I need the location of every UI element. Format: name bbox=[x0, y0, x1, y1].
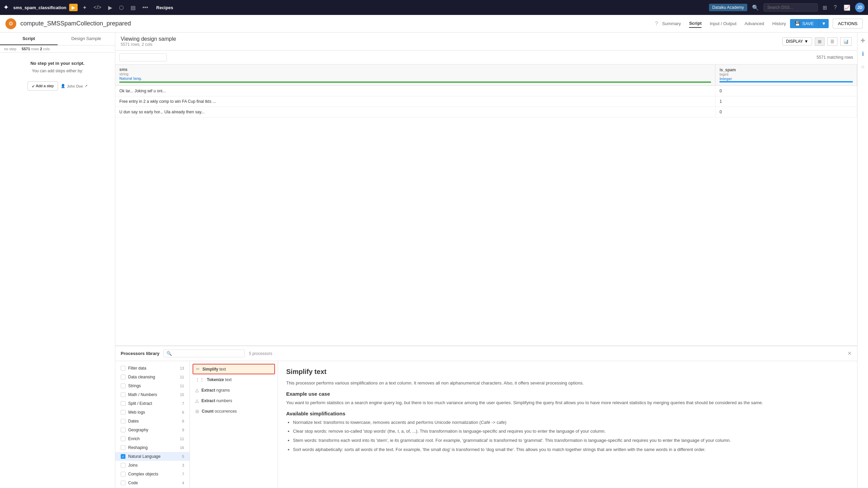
sidebar-info-icon[interactable]: ℹ bbox=[860, 49, 866, 59]
count-occurrences-label: Count occurrences bbox=[202, 409, 237, 414]
checkbox-geography[interactable] bbox=[121, 428, 125, 432]
cell-is-spam-0: 0 bbox=[715, 86, 857, 96]
category-enrich-label: Enrich bbox=[128, 436, 177, 441]
category-filter-data-label: Filter data bbox=[128, 366, 177, 371]
flow-icon[interactable]: ▶ bbox=[69, 4, 78, 11]
analytics-icon[interactable]: 📈 bbox=[842, 3, 852, 12]
checkbox-code[interactable] bbox=[121, 481, 125, 485]
design-cols: 2 bbox=[40, 47, 42, 51]
extract-numbers-label: Extract numbers bbox=[201, 398, 232, 403]
nav-design-icon[interactable]: ✦ bbox=[80, 3, 89, 12]
academy-button[interactable]: Dataiku Academy bbox=[709, 4, 747, 11]
recipes-label[interactable]: Recipes bbox=[153, 5, 177, 10]
category-web-logs[interactable]: Web logs 6 bbox=[115, 408, 190, 417]
tab-design-sample[interactable]: Design Sample bbox=[58, 33, 115, 45]
processor-tokenize-text[interactable]: ⋮⋮ Tokenize text bbox=[190, 374, 278, 385]
nav-deploy-icon[interactable]: ⬡ bbox=[117, 3, 126, 12]
search-input[interactable] bbox=[764, 3, 818, 12]
extract-numbers-icon: △ bbox=[195, 398, 199, 403]
checkbox-enrich[interactable] bbox=[121, 436, 125, 441]
col-type-is-spam: bigint bbox=[719, 72, 853, 76]
category-split-extract[interactable]: Split / Extract 7 bbox=[115, 399, 190, 408]
checkbox-math-numbers[interactable] bbox=[121, 392, 125, 397]
actions-button[interactable]: ACTIONS bbox=[833, 19, 863, 29]
processor-extract-ngrams[interactable]: △ Extract ngrams bbox=[190, 385, 278, 395]
grid-icon[interactable]: ⊞ bbox=[821, 3, 829, 12]
category-complex-objects[interactable]: Complex objects 7 bbox=[115, 470, 190, 478]
category-filter-data[interactable]: Filter data 13 bbox=[115, 364, 190, 373]
grid-view-icon[interactable]: ⊞ bbox=[815, 37, 825, 46]
category-split-extract-count: 7 bbox=[182, 401, 184, 406]
nav-run-icon[interactable]: ▶ bbox=[106, 3, 114, 12]
help-icon[interactable]: ? bbox=[832, 3, 839, 12]
tab-input-output[interactable]: Input / Output bbox=[710, 20, 736, 27]
nav-more-icon[interactable]: ••• bbox=[140, 3, 150, 12]
category-code[interactable]: Code 4 bbox=[115, 478, 190, 487]
data-search-input[interactable] bbox=[119, 53, 167, 61]
tab-script-panel[interactable]: Script bbox=[0, 33, 58, 45]
processor-count-occurrences[interactable]: ◎ Count occurrences bbox=[190, 406, 278, 416]
category-complex-objects-label: Complex objects bbox=[128, 472, 179, 476]
category-math-numbers[interactable]: Math / Numbers 15 bbox=[115, 390, 190, 399]
table-row: Ok lar... Joking wif u oni... 0 bbox=[115, 86, 857, 96]
category-strings[interactable]: Strings 11 bbox=[115, 381, 190, 390]
search-icon[interactable]: 🔍 bbox=[750, 3, 761, 12]
processor-simplify-text[interactable]: ✂ Simplify text bbox=[193, 364, 275, 374]
checkbox-natural-language[interactable]: ✓ bbox=[121, 454, 125, 459]
processor-extract-numbers[interactable]: △ Extract numbers bbox=[190, 395, 278, 406]
category-web-logs-label: Web logs bbox=[128, 410, 179, 415]
tab-summary[interactable]: Summary bbox=[662, 20, 681, 27]
detail-simplifications-list: Normalize text: transforms to lowercase,… bbox=[286, 419, 849, 453]
checkbox-data-cleansing[interactable] bbox=[121, 375, 125, 379]
category-dates[interactable]: Dates 8 bbox=[115, 417, 190, 426]
category-geography[interactable]: Geography 9 bbox=[115, 426, 190, 434]
sidebar-plus-icon[interactable]: ✚ bbox=[859, 35, 867, 46]
display-dropdown-icon: ▼ bbox=[804, 39, 808, 44]
category-strings-count: 11 bbox=[180, 384, 184, 388]
checkbox-joins[interactable] bbox=[121, 463, 125, 468]
checkbox-filter-data[interactable] bbox=[121, 366, 125, 371]
tab-script[interactable]: Script bbox=[689, 19, 702, 28]
checkbox-strings[interactable] bbox=[121, 383, 125, 388]
category-natural-language-label: Natural Language bbox=[128, 454, 179, 459]
left-panel-tabs: Script Design Sample bbox=[0, 33, 115, 45]
checkbox-dates[interactable] bbox=[121, 419, 125, 424]
checkbox-reshaping[interactable] bbox=[121, 445, 125, 450]
recipe-help-icon[interactable]: ? bbox=[655, 21, 658, 27]
category-data-cleansing[interactable]: Data cleansing 11 bbox=[115, 373, 190, 381]
category-data-cleansing-label: Data cleansing bbox=[128, 375, 177, 379]
tab-advanced[interactable]: Advanced bbox=[745, 20, 764, 27]
list-view-icon[interactable]: ☰ bbox=[827, 37, 837, 46]
detail-example-text: You want to perform statistics on a sear… bbox=[286, 399, 849, 407]
col-name-sms: sms bbox=[119, 67, 711, 72]
processors-search-input[interactable] bbox=[173, 351, 242, 356]
viewing-cols: 2 bbox=[142, 42, 144, 47]
save-dropdown-button[interactable]: ▼ bbox=[818, 19, 829, 28]
category-joins[interactable]: Joins 3 bbox=[115, 461, 190, 470]
display-button[interactable]: DISPLAY ▼ bbox=[782, 37, 812, 45]
nav-code-icon[interactable]: </> bbox=[92, 3, 103, 12]
count-occurrences-icon: ◎ bbox=[195, 409, 199, 414]
checkbox-complex-objects[interactable] bbox=[121, 472, 125, 476]
sidebar-circle-icon[interactable]: ○ bbox=[859, 62, 867, 72]
nav-tables-icon[interactable]: ▤ bbox=[129, 3, 138, 12]
tab-history[interactable]: History bbox=[772, 20, 786, 27]
col-type-link-is-spam[interactable]: Integer bbox=[719, 77, 732, 81]
category-natural-language-count: 5 bbox=[182, 454, 184, 458]
save-button-group: 💾 SAVE ▼ bbox=[790, 19, 829, 28]
category-reshaping[interactable]: Reshaping 16 bbox=[115, 443, 190, 452]
app-logo[interactable]: ✦ bbox=[3, 4, 8, 11]
chart-view-icon[interactable]: 📊 bbox=[840, 37, 852, 46]
close-processors-icon[interactable]: ✕ bbox=[847, 350, 852, 357]
category-natural-language[interactable]: ✓ Natural Language 5 bbox=[115, 452, 190, 461]
detail-example-title: Example use case bbox=[286, 391, 849, 397]
user-avatar[interactable]: JD bbox=[855, 3, 865, 12]
category-enrich[interactable]: Enrich 11 bbox=[115, 434, 190, 443]
col-type-link-sms[interactable]: Natural lang. bbox=[119, 76, 142, 80]
category-list: Filter data 13 Data cleansing 11 Strings… bbox=[115, 361, 190, 488]
add-step-button-left[interactable]: ↙ Add a step bbox=[27, 81, 58, 91]
checkbox-web-logs[interactable] bbox=[121, 410, 125, 415]
save-button[interactable]: 💾 SAVE bbox=[790, 19, 818, 28]
checkbox-split-extract[interactable] bbox=[121, 401, 125, 406]
project-name[interactable]: sms_spam_classification bbox=[13, 5, 66, 10]
